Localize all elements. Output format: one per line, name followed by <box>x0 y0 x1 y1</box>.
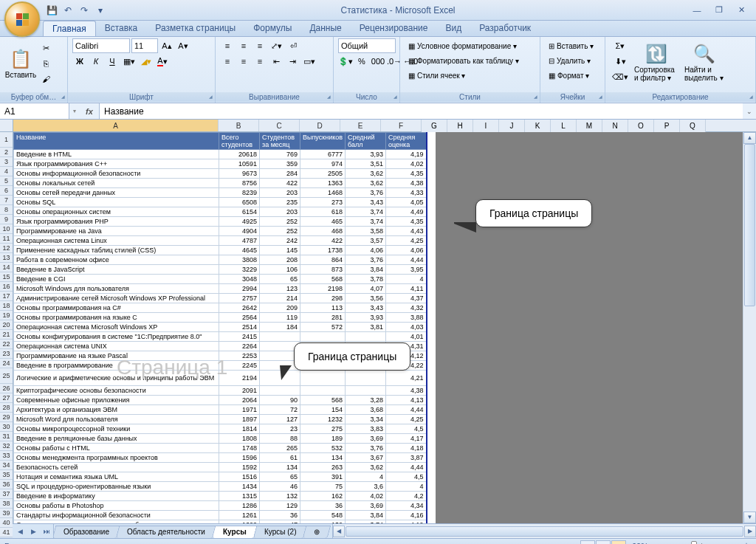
row-header-30[interactable]: 30 <box>0 422 13 432</box>
table-row[interactable]: Безопасность сетей15921342633,624,44 <box>14 463 427 472</box>
font-color-button[interactable]: A▾ <box>155 54 170 69</box>
find-select-button[interactable]: 🔍Найти и выделить ▾ <box>682 38 726 87</box>
table-row[interactable]: Основы работы в Photoshop1286129363,694,… <box>14 501 427 511</box>
table-row[interactable]: Язык программирования PHP49252524653,744… <box>14 217 427 227</box>
table-row[interactable]: Применение каскадных таблиц стилей (CSS)… <box>14 246 427 255</box>
col-header-Q[interactable]: Q <box>680 120 706 132</box>
table-row[interactable]: Введение в реляционные базы данных180888… <box>14 434 427 444</box>
table-row[interactable]: Операционная система Microsoft Windows X… <box>14 323 427 332</box>
zoom-in-button[interactable]: + <box>741 541 752 545</box>
scroll-right-button[interactable]: ▶ <box>744 526 756 537</box>
table-row[interactable]: Основы SQL65082352733,434,05 <box>14 198 427 207</box>
table-row[interactable]: SQL и процедурно-ориентированные языки14… <box>14 482 427 492</box>
table-row[interactable]: Основы сетей передачи данных823920314683… <box>14 188 427 198</box>
table-row[interactable]: Современные офисные приложения2064905683… <box>14 396 427 405</box>
table-row[interactable]: Основы работы с HTML17482655323,764,18 <box>14 444 427 453</box>
row-header-14[interactable]: 14 <box>0 263 13 272</box>
font-size-combo[interactable] <box>131 38 158 53</box>
row-header-6[interactable]: 6 <box>0 186 13 196</box>
tab-last-button[interactable]: ⏭ <box>40 524 53 538</box>
decrease-indent-button[interactable]: ⇤ <box>269 54 284 69</box>
col-header-P[interactable]: P <box>654 120 680 132</box>
table-row[interactable]: Основы конфигурирования в системе "1С:Пр… <box>14 332 427 342</box>
row-header-27[interactable]: 27 <box>0 393 13 403</box>
row-header-41[interactable]: 41 <box>0 528 13 537</box>
table-row[interactable]: Язык программирования C++105913599743,51… <box>14 159 427 169</box>
conditional-formatting-button[interactable]: ▦Условное форматирование ▾ <box>405 38 535 53</box>
table-row[interactable]: Программирование на Java49042524683,584,… <box>14 227 427 236</box>
col-header-I[interactable]: I <box>473 120 499 132</box>
row-header-38[interactable]: 38 <box>0 499 13 509</box>
zoom-level[interactable]: 60% <box>632 542 648 545</box>
increase-font-button[interactable]: A▴ <box>159 38 174 53</box>
ribbon-tab-7[interactable]: Разработчик <box>470 21 540 36</box>
vertical-scrollbar[interactable]: ▲ ▼ <box>743 132 756 523</box>
table-row[interactable]: Криптографические основы безопасности209… <box>14 386 427 396</box>
data-table[interactable]: НазваниеВсего студентовСтудентов за меся… <box>13 132 427 523</box>
col-header-F[interactable]: F <box>381 120 422 131</box>
close-button[interactable]: ✕ <box>732 4 750 17</box>
delete-cells-button[interactable]: ⊟Удалить ▾ <box>545 53 600 68</box>
row-header-4[interactable]: 4 <box>0 167 13 176</box>
ribbon-tab-1[interactable]: Вставка <box>96 21 147 36</box>
view-page-break-button[interactable]: ▥ <box>611 540 626 545</box>
col-header-C[interactable]: C <box>259 120 300 131</box>
table-row[interactable]: Администрирование сетей Microsoft Window… <box>14 294 427 303</box>
col-header-D[interactable]: D <box>300 120 340 131</box>
table-row[interactable]: Архитектура и организация ЭВМ1971721543,… <box>14 405 427 415</box>
col-header-J[interactable]: J <box>499 120 525 132</box>
increase-decimal-button[interactable]: .0→ <box>387 54 402 69</box>
ribbon-tab-6[interactable]: Вид <box>436 21 470 36</box>
col-header-O[interactable]: O <box>628 120 654 132</box>
cell-styles-button[interactable]: ▦Стили ячеек ▾ <box>405 68 535 83</box>
orientation-button[interactable]: ⤢▾ <box>269 38 284 53</box>
table-row[interactable]: Основы менеджмента программных проектов1… <box>14 453 427 463</box>
row-header-2[interactable]: 2 <box>0 148 13 157</box>
table-row[interactable]: Основы программирования на C#26422091133… <box>14 303 427 313</box>
row-header-11[interactable]: 11 <box>0 234 13 244</box>
row-header-33[interactable]: 33 <box>0 451 13 461</box>
align-right-button[interactable]: ≡ <box>252 54 267 69</box>
row-header-31[interactable]: 31 <box>0 432 13 441</box>
row-header-1[interactable]: 1 <box>0 132 13 148</box>
redo-button[interactable]: ↷ <box>77 3 92 18</box>
scroll-left-button[interactable]: ◀ <box>333 526 345 537</box>
row-header-24[interactable]: 24 <box>0 359 13 368</box>
col-header-N[interactable]: N <box>602 120 628 132</box>
tab-next-button[interactable]: ▶ <box>27 524 40 538</box>
table-row[interactable]: Стандарты информационной безопасности126… <box>14 511 427 520</box>
number-format-combo[interactable] <box>338 38 396 53</box>
row-header-12[interactable]: 12 <box>0 244 13 253</box>
fill-color-button[interactable]: ◢▾ <box>139 54 154 69</box>
formula-input[interactable]: Название <box>100 103 743 119</box>
col-header-M[interactable]: M <box>577 120 602 132</box>
sort-filter-button[interactable]: 🔃Сортировка и фильтр ▾ <box>632 38 681 87</box>
align-bottom-button[interactable]: ≡ <box>252 38 267 53</box>
row-header-16[interactable]: 16 <box>0 282 13 292</box>
percent-button[interactable]: % <box>354 54 369 69</box>
row-header-8[interactable]: 8 <box>0 205 13 215</box>
row-header-15[interactable]: 15 <box>0 272 13 282</box>
name-box[interactable]: A1 <box>0 103 69 119</box>
row-header-34[interactable]: 34 <box>0 461 13 470</box>
table-row[interactable]: Логические и арифметические основы и при… <box>14 371 427 386</box>
view-page-layout-button[interactable]: ▤ <box>596 540 611 545</box>
select-all-button[interactable] <box>0 120 13 132</box>
new-sheet-button[interactable]: ⊕ <box>303 526 331 538</box>
row-header-21[interactable]: 21 <box>0 330 13 340</box>
align-middle-button[interactable]: ≡ <box>236 38 251 53</box>
increase-indent-button[interactable]: ⇥ <box>285 54 300 69</box>
format-cells-button[interactable]: ▦Формат ▾ <box>545 68 600 83</box>
ribbon-tab-4[interactable]: Данные <box>300 21 350 36</box>
table-row[interactable]: Введение в CGI3048655683,784 <box>14 275 427 284</box>
ribbon-tab-0[interactable]: Главная <box>43 21 96 36</box>
row-header-23[interactable]: 23 <box>0 349 13 359</box>
paste-button[interactable]: 📋Вставить <box>4 39 37 88</box>
formula-expand-button[interactable]: ⌄ <box>743 103 756 119</box>
row-header-28[interactable]: 28 <box>0 403 13 413</box>
table-row[interactable]: Основы локальных сетей875642213633,624,3… <box>14 179 427 188</box>
row-header-35[interactable]: 35 <box>0 470 13 480</box>
currency-button[interactable]: 💲▾ <box>338 54 353 69</box>
maximize-button[interactable]: ❐ <box>710 4 728 17</box>
row-header-19[interactable]: 19 <box>0 311 13 320</box>
